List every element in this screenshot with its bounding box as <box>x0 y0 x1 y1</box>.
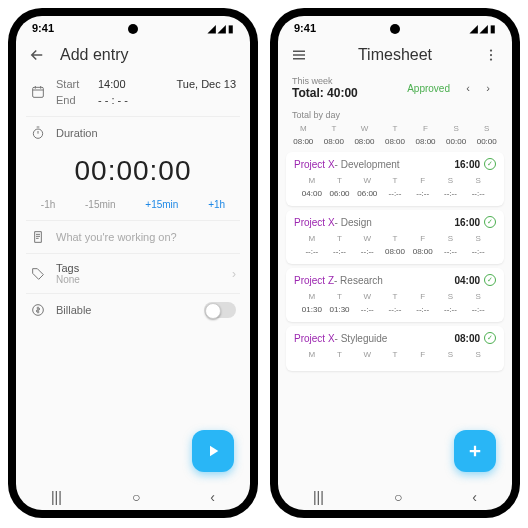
project-name: Project X <box>294 333 335 344</box>
totalbyday-label: Total by day <box>284 106 506 122</box>
card-total: 04:00 <box>454 275 480 286</box>
duration-row: Duration <box>26 119 240 147</box>
day-totals: 08:0008:0008:0008:0008:0000:0000:00 <box>284 135 506 148</box>
more-icon[interactable] <box>482 46 500 64</box>
plus-1h-button[interactable]: +1h <box>208 199 225 210</box>
duration-display[interactable]: 00:00:00 <box>26 147 240 195</box>
prev-week-button[interactable]: ‹ <box>458 82 478 94</box>
billable-label: Billable <box>56 304 194 316</box>
approved-badge: Approved <box>407 83 450 94</box>
note-icon <box>30 229 46 245</box>
timesheet-card[interactable]: Project X - Development16:00✓MTWTFSS04:0… <box>286 152 504 206</box>
timesheet-card[interactable]: Project X - Styleguide08:00✓MTWTFSS <box>286 326 504 371</box>
day-header: MTWTFSS <box>284 122 506 135</box>
menu-icon[interactable] <box>290 46 308 64</box>
check-icon: ✓ <box>484 158 496 170</box>
plus-15m-button[interactable]: +15min <box>145 199 178 210</box>
end-label: End <box>56 92 86 108</box>
dollar-icon <box>30 302 46 318</box>
page-title: Add entry <box>60 46 238 64</box>
total-label: Total: 40:00 <box>292 86 407 100</box>
description-placeholder: What you're working on? <box>56 231 177 243</box>
svg-rect-0 <box>33 87 44 97</box>
task-name: - Design <box>335 217 372 228</box>
phone-left: 9:41 ◢◢▮ Add entry Start14:00Tue, Dec 13… <box>8 8 258 518</box>
start-label: Start <box>56 76 86 92</box>
tags-row[interactable]: Tags None › <box>26 256 240 291</box>
check-icon: ✓ <box>484 274 496 286</box>
phone-right: 9:41 ◢◢▮ Timesheet This week Total: 40:0… <box>270 8 520 518</box>
status-icons: ◢◢▮ <box>208 23 234 34</box>
status-icons: ◢◢▮ <box>470 23 496 34</box>
nav-bar: ||| ○ ‹ <box>16 484 250 510</box>
status-time: 9:41 <box>294 22 316 34</box>
duration-label: Duration <box>56 127 98 139</box>
duration-adjust: -1h -15min +15min +1h <box>26 195 240 218</box>
billable-row[interactable]: Billable <box>26 296 240 324</box>
add-fab[interactable] <box>454 430 496 472</box>
task-name: - Styleguide <box>335 333 388 344</box>
calendar-icon <box>30 84 46 100</box>
chevron-right-icon: › <box>232 267 236 281</box>
task-name: - Research <box>334 275 383 286</box>
header: Timesheet <box>278 40 512 70</box>
minus-15m-button[interactable]: -15min <box>85 199 116 210</box>
start-value: 14:00 <box>98 76 126 92</box>
nav-recent-icon[interactable]: ||| <box>51 489 62 505</box>
check-icon: ✓ <box>484 216 496 228</box>
nav-bar: ||| ○ ‹ <box>278 484 512 510</box>
back-icon[interactable] <box>28 46 46 64</box>
week-label: This week <box>292 76 407 86</box>
nav-back-icon[interactable]: ‹ <box>472 489 477 505</box>
description-row[interactable]: What you're working on? <box>26 223 240 251</box>
task-name: - Development <box>335 159 400 170</box>
project-name: Project X <box>294 217 335 228</box>
timesheet-card[interactable]: Project Z - Research04:00✓MTWTFSS01:3001… <box>286 268 504 322</box>
billable-toggle[interactable] <box>204 302 236 318</box>
svg-point-5 <box>490 58 492 60</box>
nav-home-icon[interactable]: ○ <box>132 489 140 505</box>
project-name: Project X <box>294 159 335 170</box>
tag-icon <box>30 266 46 282</box>
summary-row: This week Total: 40:00 Approved ‹ › <box>284 70 506 106</box>
svg-point-4 <box>490 54 492 56</box>
project-name: Project Z <box>294 275 334 286</box>
nav-back-icon[interactable]: ‹ <box>210 489 215 505</box>
timesheet-card[interactable]: Project X - Design16:00✓MTWTFSS--:----:-… <box>286 210 504 264</box>
card-total: 08:00 <box>454 333 480 344</box>
svg-point-3 <box>490 49 492 51</box>
page-title: Timesheet <box>322 46 468 64</box>
stopwatch-icon <box>30 125 46 141</box>
play-fab[interactable] <box>192 430 234 472</box>
tags-label: Tags <box>56 262 222 274</box>
minus-1h-button[interactable]: -1h <box>41 199 55 210</box>
nav-home-icon[interactable]: ○ <box>394 489 402 505</box>
camera-notch <box>390 24 400 34</box>
time-row[interactable]: Start14:00Tue, Dec 13 End- - : - - <box>26 70 240 114</box>
camera-notch <box>128 24 138 34</box>
card-total: 16:00 <box>454 217 480 228</box>
date-value: Tue, Dec 13 <box>176 76 236 92</box>
header: Add entry <box>16 40 250 70</box>
next-week-button[interactable]: › <box>478 82 498 94</box>
status-time: 9:41 <box>32 22 54 34</box>
end-value: - - : - - <box>98 92 128 108</box>
tags-value: None <box>56 274 222 285</box>
check-icon: ✓ <box>484 332 496 344</box>
nav-recent-icon[interactable]: ||| <box>313 489 324 505</box>
card-total: 16:00 <box>454 159 480 170</box>
